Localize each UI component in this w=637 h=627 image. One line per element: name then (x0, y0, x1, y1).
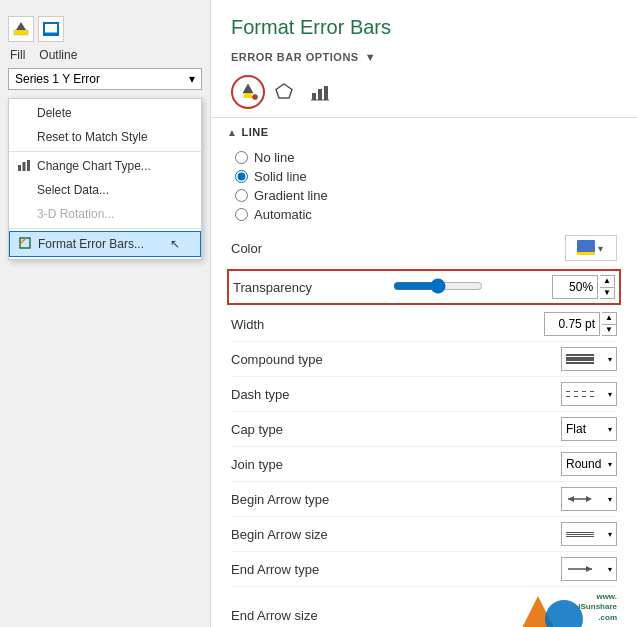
menu-divider-2 (9, 228, 201, 229)
transparency-label: Transparency (233, 280, 385, 295)
begin-arrow-type-control: ▾ (561, 487, 617, 511)
transparency-up-btn[interactable]: ▲ (600, 276, 614, 288)
color-control: ▾ (565, 235, 617, 261)
end-arrow-type-select[interactable]: ▾ (561, 557, 617, 581)
options-dropdown-arrow[interactable]: ▼ (365, 51, 376, 63)
join-chevron: ▾ (608, 460, 612, 469)
menu-item-select-data[interactable]: Select Data... (9, 178, 201, 202)
end-arrow-type-label: End Arrow type (231, 562, 561, 577)
width-down-btn[interactable]: ▼ (602, 325, 616, 336)
menu-item-delete[interactable]: Delete (9, 101, 201, 125)
dash-type-label: Dash type (231, 387, 561, 402)
svg-rect-10 (318, 89, 322, 100)
join-type-value: Round (566, 457, 601, 471)
radio-no-line[interactable]: No line (235, 150, 617, 165)
transparency-spinner-btns: ▲ ▼ (600, 275, 615, 299)
tab-bar-chart-icon[interactable] (303, 75, 337, 109)
end-arrow-size-control: www. iSunshare .com (517, 592, 617, 627)
cap-type-select[interactable]: Flat ▾ (561, 417, 617, 441)
join-type-row: Join type Round ▾ (231, 447, 617, 482)
menu-item-format-error-bars[interactable]: Format Error Bars... ↖ (9, 231, 201, 257)
transparency-row: Transparency ▲ ▼ (227, 269, 621, 305)
menu-item-reset[interactable]: Reset to Match Style (9, 125, 201, 149)
series-dropdown[interactable]: Series 1 Y Error ▾ (8, 68, 202, 90)
series-dropdown-text: Series 1 Y Error (15, 72, 100, 86)
radio-gradient-line[interactable]: Gradient line (235, 188, 617, 203)
cursor-indicator: ↖ (170, 237, 180, 251)
icon-tabs (211, 71, 637, 118)
svg-rect-5 (27, 160, 30, 171)
radio-automatic-label: Automatic (254, 207, 312, 222)
svg-rect-9 (312, 93, 316, 100)
end-arrow-size-label: End Arrow size (231, 608, 517, 623)
svg-rect-13 (577, 240, 595, 254)
begin-arrow-type-row: Begin Arrow type ▾ (231, 482, 617, 517)
tab-pentagon-icon[interactable] (267, 75, 301, 109)
begin-arrow-size-select[interactable]: ▾ (561, 522, 617, 546)
begin-arrow-size-control: ▾ (561, 522, 617, 546)
menu-item-delete-label: Delete (37, 106, 72, 120)
end-arrow-type-control: ▾ (561, 557, 617, 581)
svg-point-7 (253, 95, 258, 100)
format-error-bars-icon (16, 236, 34, 253)
width-input[interactable] (544, 312, 600, 336)
begin-arrow-type-select[interactable]: ▾ (561, 487, 617, 511)
svg-marker-20 (586, 566, 592, 572)
begin-arrow-size-chevron: ▾ (608, 530, 612, 539)
watermark-area: www. iSunshare .com (517, 592, 617, 627)
outline-label: Outline (39, 48, 77, 62)
compound-chevron: ▾ (608, 355, 612, 364)
dash-type-row: Dash type ▾ (231, 377, 617, 412)
compound-type-label: Compound type (231, 352, 561, 367)
transparency-down-btn[interactable]: ▼ (600, 288, 614, 299)
cap-chevron: ▾ (608, 425, 612, 434)
transparency-input[interactable] (552, 275, 598, 299)
menu-item-change-chart[interactable]: Change Chart Type... (9, 154, 201, 178)
line-section-header[interactable]: ▲ LINE (211, 118, 637, 142)
panel-title: Format Error Bars (211, 0, 637, 47)
join-type-control: Round ▾ (561, 452, 617, 476)
compound-type-control: ▾ (561, 347, 617, 371)
compound-type-select[interactable]: ▾ (561, 347, 617, 371)
chart-icon (15, 158, 33, 175)
width-spinner-btns: ▲ ▼ (602, 312, 617, 336)
line-section-body: No line Solid line Gradient line Automat… (211, 142, 637, 627)
color-label: Color (231, 241, 565, 256)
width-label: Width (231, 317, 544, 332)
arrow-size-icon (566, 532, 594, 537)
series-dropdown-arrow: ▾ (189, 72, 195, 86)
svg-rect-11 (324, 86, 328, 100)
options-header: ERROR BAR OPTIONS ▼ (211, 47, 637, 71)
toolbar-row (0, 10, 210, 48)
fill-icon-btn[interactable] (8, 16, 34, 42)
menu-item-3d-rotation[interactable]: 3-D Rotation... (9, 202, 201, 226)
radio-automatic[interactable]: Automatic (235, 207, 617, 222)
svg-marker-8 (276, 84, 292, 98)
dash-type-select[interactable]: ▾ (561, 382, 617, 406)
fill-outline-labels: Fill Outline (0, 48, 210, 68)
svg-marker-18 (586, 496, 592, 502)
line-section-label: LINE (241, 126, 268, 138)
tab-fill-icon[interactable] (231, 75, 265, 109)
cap-type-row: Cap type Flat ▾ (231, 412, 617, 447)
end-arrow-type-row: End Arrow type ▾ (231, 552, 617, 587)
begin-arrow-chevron: ▾ (608, 495, 612, 504)
color-picker-btn[interactable]: ▾ (565, 235, 617, 261)
transparency-slider-container (393, 278, 545, 297)
svg-rect-0 (14, 30, 28, 35)
menu-item-reset-label: Reset to Match Style (37, 130, 148, 144)
radio-gradient-line-label: Gradient line (254, 188, 328, 203)
begin-arrow-type-label: Begin Arrow type (231, 492, 561, 507)
end-arrow-size-row: End Arrow size www. iSunshare .com (231, 587, 617, 627)
radio-solid-line[interactable]: Solid line (235, 169, 617, 184)
begin-arrow-size-label: Begin Arrow size (231, 527, 561, 542)
transparency-slider[interactable] (393, 278, 483, 294)
join-type-select[interactable]: Round ▾ (561, 452, 617, 476)
width-row: Width ▲ ▼ (231, 307, 617, 342)
width-control: ▲ ▼ (544, 312, 617, 336)
width-up-btn[interactable]: ▲ (602, 313, 616, 325)
cap-type-label: Cap type (231, 422, 561, 437)
left-panel: Fill Outline Series 1 Y Error ▾ Delete R… (0, 0, 210, 627)
cap-type-control: Flat ▾ (561, 417, 617, 441)
outline-icon-btn[interactable] (38, 16, 64, 42)
